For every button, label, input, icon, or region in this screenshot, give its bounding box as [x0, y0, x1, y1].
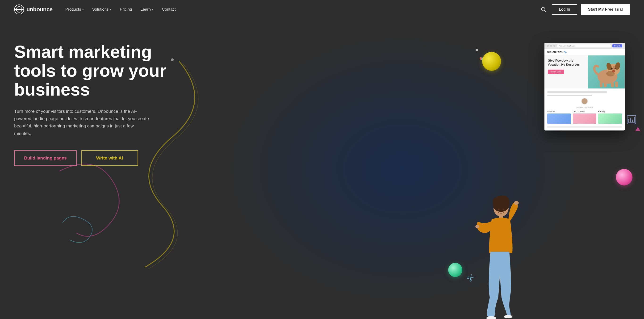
chart-icon: [627, 115, 636, 126]
svg-point-27: [503, 208, 504, 210]
hero-section: Smart marketing tools to grow your busin…: [0, 19, 644, 319]
nav-item-solutions[interactable]: Solutions ▾: [89, 5, 115, 14]
logo-text: unbounce: [26, 6, 52, 13]
mockup-hero-text: Give Powpow the Vacation He Deserves BOO…: [544, 56, 588, 88]
mockup-cta-button: BOOK NOW: [548, 70, 564, 74]
mockup-header: URBAN PAWS 🐾: [544, 49, 625, 56]
logo-icon: [14, 4, 24, 14]
mockup-service-cols: Services Our Location Pricing: [547, 110, 622, 125]
nav-link-pricing[interactable]: Pricing: [116, 5, 136, 14]
mockup-service-image-1: [547, 114, 571, 124]
navbar: unbounce Products ▾ Solutions ▾ Pricing: [0, 0, 644, 19]
svg-line-14: [627, 117, 629, 118]
browser-dot: [550, 45, 552, 47]
svg-point-32: [611, 68, 613, 70]
mockup-service-image-3: [598, 114, 622, 124]
search-icon: [541, 7, 546, 12]
svg-point-4: [18, 9, 20, 10]
chevron-down-icon: ▾: [152, 8, 153, 11]
mockup-hero-image: [588, 56, 625, 88]
svg-rect-38: [615, 82, 618, 87]
login-button[interactable]: Log In: [552, 4, 577, 15]
dog-illustration: [590, 57, 623, 87]
landing-page-mockup: Your Landing Page Publish URBAN PAWS 🐾 G…: [544, 43, 625, 130]
hero-buttons: Build landing pages Write with AI: [14, 150, 179, 166]
jumping-person-illustration: [473, 194, 527, 319]
search-button[interactable]: [539, 5, 548, 14]
nav-right: Log In Start My Free Trial: [539, 4, 630, 15]
nav-link-products[interactable]: Products ▾: [62, 5, 87, 14]
mockup-service-col-2: Our Location: [573, 110, 596, 125]
mockup-service-title: Services: [547, 110, 571, 112]
mockup-gray-bar: [547, 91, 607, 93]
nav-left: unbounce Products ▾ Solutions ▾ Pricing: [14, 4, 179, 14]
nav-link-contact[interactable]: Contact: [158, 5, 179, 14]
mockup-hero-section: Give Powpow the Vacation He Deserves BOO…: [544, 56, 625, 88]
mockup-topbar: Your Landing Page Publish: [544, 43, 625, 49]
nav-links: Products ▾ Solutions ▾ Pricing Learn ▾: [62, 5, 179, 14]
nav-item-products[interactable]: Products ▾: [62, 5, 87, 14]
svg-point-17: [467, 276, 470, 279]
browser-dot: [547, 45, 549, 47]
svg-point-25: [504, 315, 512, 318]
mockup-service-col-3: Pricing: [598, 110, 622, 125]
svg-point-23: [475, 225, 480, 228]
hero-title: Smart marketing tools to grow your busin…: [14, 42, 179, 99]
mockup-services-section: Owner & Dog Name Services Our Location P…: [544, 88, 625, 130]
logo[interactable]: unbounce: [14, 4, 52, 14]
person-figure: [472, 79, 528, 319]
svg-rect-35: [600, 82, 602, 87]
svg-point-26: [498, 208, 500, 210]
mockup-service-title: Our Location: [573, 110, 596, 112]
mockup-hero-heading: Give Powpow the Vacation He Deserves: [548, 59, 584, 67]
mockup-gray-bar: [547, 94, 592, 96]
hero-visual: ✏️: [258, 19, 644, 319]
chevron-down-icon: ▾: [82, 8, 84, 11]
yellow-sphere: [482, 52, 501, 71]
mockup-bottom-bar: [547, 126, 622, 128]
build-landing-pages-button[interactable]: Build landing pages: [14, 150, 77, 166]
mockup-service-title: Pricing: [598, 110, 622, 112]
hero-content: Smart marketing tools to grow your busin…: [14, 33, 179, 166]
mockup-publish-btn: Publish: [612, 44, 622, 48]
triangle-decoration-1: [636, 127, 640, 131]
mockup-service-col-1: Services: [547, 110, 571, 125]
svg-rect-36: [604, 82, 607, 87]
nav-item-pricing[interactable]: Pricing: [116, 5, 136, 14]
nav-item-contact[interactable]: Contact: [158, 5, 179, 14]
svg-rect-37: [611, 82, 614, 87]
small-dot-decoration: [476, 49, 478, 51]
svg-point-22: [514, 201, 519, 205]
nav-item-learn[interactable]: Learn ▾: [137, 5, 157, 14]
mockup-service-image-2: [573, 114, 596, 124]
hero-subtitle: Turn more of your visitors into customer…: [14, 108, 151, 137]
pink-sphere: [616, 169, 632, 186]
nav-link-learn[interactable]: Learn ▾: [137, 5, 157, 14]
chevron-down-icon: ▾: [110, 8, 111, 11]
svg-point-40: [613, 66, 616, 70]
mockup-owner-label: Owner & Dog Name: [547, 106, 622, 108]
green-sphere: [448, 263, 462, 277]
mockup-brand: URBAN PAWS 🐾: [547, 51, 567, 53]
nav-link-solutions[interactable]: Solutions ▾: [89, 5, 115, 14]
trial-button[interactable]: Start My Free Trial: [581, 4, 630, 15]
svg-point-39: [606, 71, 615, 76]
browser-dot: [554, 45, 555, 47]
svg-line-6: [544, 10, 546, 12]
mockup-url-bar: Your Landing Page: [557, 44, 611, 48]
write-with-ai-button[interactable]: Write with AI: [82, 150, 138, 166]
